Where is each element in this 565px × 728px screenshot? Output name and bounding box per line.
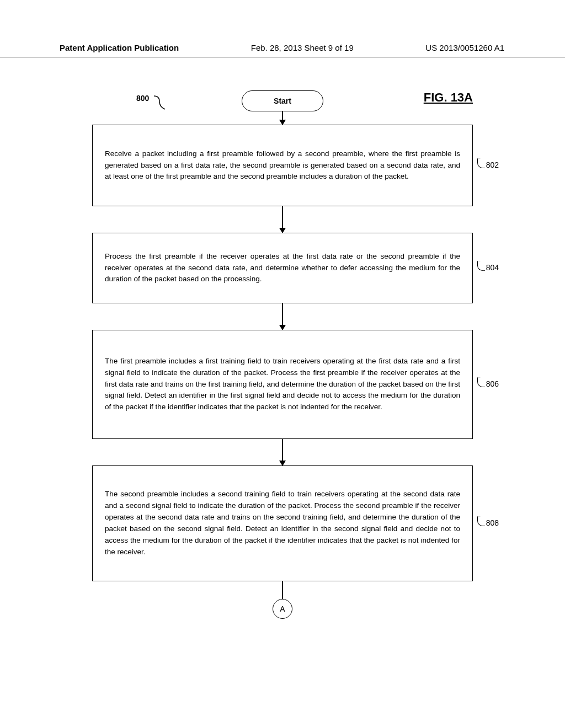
figure-label: FIG. 13A xyxy=(424,90,473,105)
ref-curve-icon xyxy=(477,377,485,387)
step-ref-label: 808 xyxy=(486,517,499,529)
header-left: Patent Application Publication xyxy=(60,43,179,52)
content-area: FIG. 13A 800 Start Receive a packet incl… xyxy=(0,57,565,619)
step-text: The first preamble includes a first trai… xyxy=(105,356,460,414)
continuation-label: A xyxy=(280,604,285,613)
header-right: US 2013/0051260 A1 xyxy=(425,43,504,52)
connector xyxy=(282,581,283,599)
page-header: Patent Application Publication Feb. 28, … xyxy=(0,0,565,57)
step-box-804: Process the first preamble if the receiv… xyxy=(92,233,473,303)
step-box-802: Receive a packet including a first pream… xyxy=(92,125,473,206)
step-text: The second preamble includes a second tr… xyxy=(105,489,460,558)
header-center: Feb. 28, 2013 Sheet 9 of 19 xyxy=(251,43,354,52)
step-box-808: The second preamble includes a second tr… xyxy=(92,465,473,581)
step-text: Receive a packet including a first pream… xyxy=(105,148,460,183)
connector xyxy=(282,206,283,233)
step-ref-802: 802 xyxy=(477,159,499,172)
step-ref-806: 806 xyxy=(477,378,499,390)
step-text: Process the first preamble if the receiv… xyxy=(105,251,460,286)
flow-reference-800: 800 xyxy=(136,94,149,103)
start-label: Start xyxy=(274,97,291,105)
step-ref-808: 808 xyxy=(477,517,499,529)
step-box-806: The first preamble includes a first trai… xyxy=(92,330,473,439)
ref-curve-icon xyxy=(477,261,485,271)
continuation-connector-a: A xyxy=(273,599,292,619)
step-ref-label: 802 xyxy=(486,159,499,172)
start-terminator: Start xyxy=(242,90,323,111)
step-ref-label: 806 xyxy=(486,378,499,390)
connector xyxy=(282,111,283,125)
connector xyxy=(282,303,283,330)
step-ref-label: 804 xyxy=(486,262,499,274)
ref-curve-icon xyxy=(477,516,485,526)
page-header-inner: Patent Application Publication Feb. 28, … xyxy=(60,43,504,52)
step-ref-804: 804 xyxy=(477,262,499,274)
brace-curve-icon xyxy=(153,95,167,111)
flowchart: FIG. 13A 800 Start Receive a packet incl… xyxy=(92,90,473,619)
ref-curve-icon xyxy=(477,158,485,168)
connector xyxy=(282,439,283,465)
